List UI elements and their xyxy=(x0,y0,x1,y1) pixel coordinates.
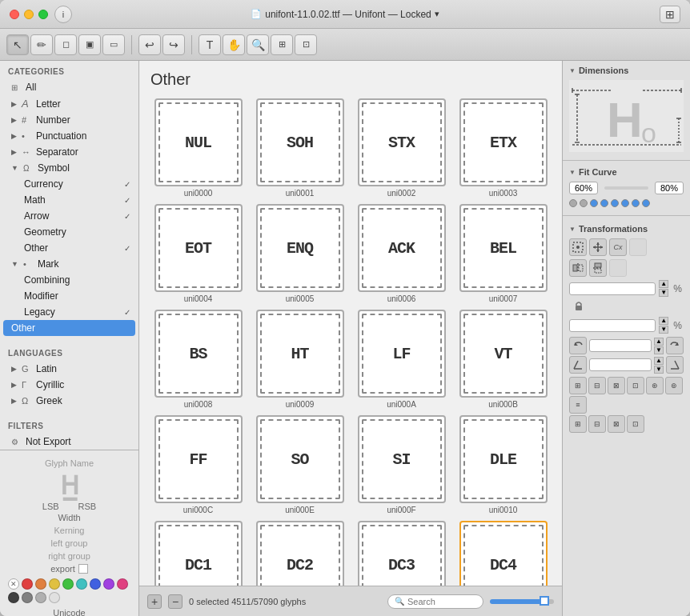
glyph-box-uni0000[interactable]: NUL xyxy=(154,98,243,186)
sidebar-item-other-symbol[interactable]: Other ✓ xyxy=(19,240,138,256)
sidebar-item-separator[interactable]: ▶ ↔ Separator xyxy=(0,144,138,160)
toolbar-paint[interactable]: ▣ xyxy=(78,34,101,55)
fit-dot-8[interactable] xyxy=(642,199,650,207)
fit-dot-7[interactable] xyxy=(632,199,640,207)
transform-scale-x[interactable]: 10% xyxy=(569,282,656,295)
toolbar-zoom[interactable]: 🔍 xyxy=(247,34,269,55)
fit-curve-slider[interactable] xyxy=(604,186,648,190)
glyph-cell[interactable]: DC4uni0014 xyxy=(455,521,551,586)
swatch-yellow[interactable] xyxy=(49,578,60,590)
swatch-green[interactable] xyxy=(62,578,74,590)
transform-rotate[interactable] xyxy=(589,339,652,352)
sidebar-item-arrow[interactable]: Arrow ✓ xyxy=(19,208,138,224)
glyph-cell[interactable]: EOTuni0004 xyxy=(150,204,246,303)
export-checkbox[interactable] xyxy=(78,564,88,574)
glyph-box-uni0003[interactable]: ETX xyxy=(459,98,548,186)
glyph-box-uni000C[interactable]: FF xyxy=(154,415,243,503)
distribute-right[interactable]: ⊠ xyxy=(608,415,625,433)
glyph-cell[interactable]: DC2uni0012 xyxy=(252,521,347,586)
fit-curve-header[interactable]: ▼ Fit Curve xyxy=(569,167,684,177)
search-input[interactable] xyxy=(407,597,463,606)
transformations-header[interactable]: ▼ Transformations xyxy=(569,224,684,234)
sidebar-item-all[interactable]: ⊞ All xyxy=(0,79,138,95)
align-top[interactable]: ⊡ xyxy=(627,377,644,394)
swatch-red[interactable] xyxy=(22,578,33,590)
glyph-grid-scroll[interactable]: Other NULuni0000SOHuni0001STXuni0002ETXu… xyxy=(139,61,562,586)
scale-y-up[interactable]: ▲ xyxy=(659,317,668,325)
glyph-cell[interactable]: SIuni000F xyxy=(354,415,449,514)
glyph-cell[interactable]: FFuni000C xyxy=(150,415,246,514)
distribute-top[interactable]: ⊡ xyxy=(627,415,644,433)
distribute-h[interactable]: ⊟ xyxy=(588,415,606,433)
rotate-down[interactable]: ▼ xyxy=(654,346,664,354)
close-button[interactable] xyxy=(10,10,19,19)
sidebar-item-greek[interactable]: ▶ Ω Greek xyxy=(0,393,138,409)
align-center-v[interactable]: ⊛ xyxy=(646,377,664,394)
glyph-cell[interactable]: DC3uni0013 xyxy=(354,521,449,586)
glyph-box-uni0005[interactable]: ENQ xyxy=(256,204,344,292)
toolbar-eraser[interactable]: ◻ xyxy=(54,34,77,55)
glyph-box-uni0009[interactable]: HT xyxy=(256,310,344,398)
swatch-row2-3[interactable] xyxy=(22,592,33,603)
transform-skew[interactable] xyxy=(589,358,652,371)
glyph-cell[interactable]: VTuni000B xyxy=(455,310,551,409)
toolbar-undo[interactable]: ↩ xyxy=(138,34,161,55)
swatch-row2-1[interactable] xyxy=(117,578,128,590)
info-button[interactable]: i xyxy=(54,6,72,23)
transform-btn-flip-h[interactable] xyxy=(569,259,587,277)
glyph-cell[interactable]: NULuni0000 xyxy=(150,98,246,198)
glyph-cell[interactable]: DLEuni0010 xyxy=(455,415,551,514)
transform-btn-select[interactable] xyxy=(569,238,587,256)
slider-thumb[interactable] xyxy=(540,596,549,606)
fit-dot-6[interactable] xyxy=(621,199,629,207)
sidebar-item-geometry[interactable]: Geometry xyxy=(19,224,138,240)
toolbar-pencil[interactable]: ✏ xyxy=(30,34,53,55)
skew-down[interactable]: ▼ xyxy=(654,366,664,374)
transform-btn-cx[interactable]: Cx xyxy=(609,238,627,256)
glyph-box-uni0002[interactable]: STX xyxy=(358,98,446,186)
glyph-cell[interactable]: DC1uni0011 xyxy=(150,521,246,586)
swatch-row2-2[interactable] xyxy=(8,592,19,603)
glyph-cell[interactable]: SOHuni0001 xyxy=(252,98,347,198)
toolbar-rect[interactable]: ▭ xyxy=(102,34,125,55)
toolbar-pointer[interactable]: ↖ xyxy=(6,34,29,55)
toolbar-grid[interactable]: ⊞ xyxy=(271,34,293,55)
distribute-left[interactable]: ⊞ xyxy=(569,415,587,433)
remove-glyph-button[interactable]: − xyxy=(168,594,183,609)
sidebar-item-legacy[interactable]: Legacy ✓ xyxy=(19,304,138,320)
transform-btn-move[interactable] xyxy=(589,238,607,256)
sidebar-item-punctuation[interactable]: ▶ • Punctuation xyxy=(0,128,138,144)
transform-scale-y[interactable]: 10% xyxy=(569,319,656,332)
glyph-box-uni0012[interactable]: DC2 xyxy=(256,521,344,586)
glyph-box-uni0004[interactable]: EOT xyxy=(154,204,243,292)
fit-dot-3[interactable] xyxy=(590,199,598,207)
glyph-cell[interactable]: BELuni0007 xyxy=(455,204,551,303)
align-left[interactable]: ⊞ xyxy=(569,377,587,394)
align-baseline[interactable]: ≡ xyxy=(569,396,587,414)
rotate-ccw-button[interactable] xyxy=(569,337,587,354)
glyph-box-uni0011[interactable]: DC1 xyxy=(154,521,243,586)
glyph-cell[interactable]: ETXuni0003 xyxy=(455,98,551,198)
glyph-box-uni000A[interactable]: LF xyxy=(358,310,446,398)
fit-dot-5[interactable] xyxy=(611,199,619,207)
glyph-box-uni0001[interactable]: SOH xyxy=(256,98,344,186)
align-right[interactable]: ⊠ xyxy=(608,377,625,394)
sidebar-item-combining[interactable]: Combining xyxy=(19,272,138,288)
glyph-box-uni000F[interactable]: SI xyxy=(358,415,446,503)
transform-btn-flip-v[interactable] xyxy=(589,259,607,277)
zoom-slider[interactable] xyxy=(490,599,554,604)
transform-btn-empty1[interactable] xyxy=(629,238,647,256)
skew-right-button[interactable] xyxy=(666,356,684,374)
fit-curve-right[interactable]: 80% xyxy=(655,182,684,194)
glyph-cell[interactable]: BSuni0008 xyxy=(150,310,246,409)
swatch-none[interactable]: ✕ xyxy=(8,578,19,590)
glyph-box-uni0007[interactable]: BEL xyxy=(459,204,548,292)
fit-dot-1[interactable] xyxy=(569,199,577,207)
search-box[interactable]: 🔍 xyxy=(387,594,483,609)
glyph-box-uni0008[interactable]: BS xyxy=(154,310,243,398)
glyph-cell[interactable]: STXuni0002 xyxy=(354,98,449,198)
glyph-box-uni000E[interactable]: SO xyxy=(256,415,344,503)
minimize-button[interactable] xyxy=(24,10,34,19)
rotate-up[interactable]: ▲ xyxy=(654,338,664,346)
maximize-button[interactable] xyxy=(38,10,48,19)
